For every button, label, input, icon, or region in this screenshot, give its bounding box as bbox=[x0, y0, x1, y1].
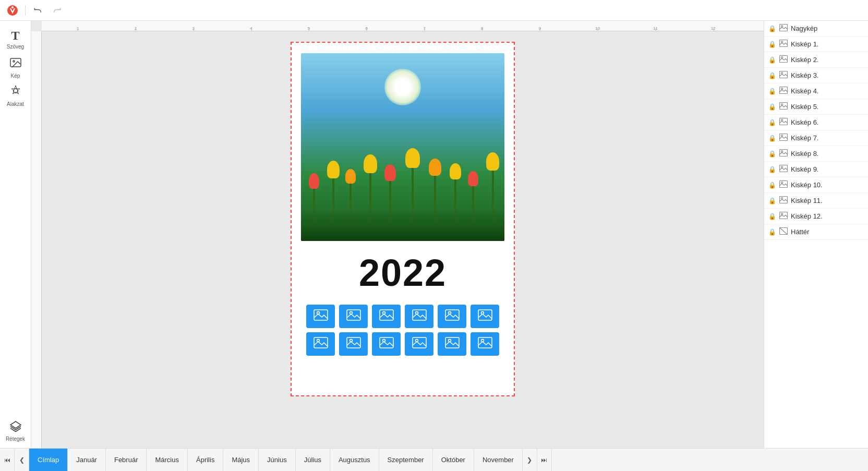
thumb-image-icon-6 bbox=[478, 309, 492, 323]
image-layer-icon-5 bbox=[779, 87, 788, 95]
lock-icon-4: 🔒 bbox=[768, 72, 776, 79]
lock-icon-10: 🔒 bbox=[768, 166, 776, 173]
document: 2022 bbox=[291, 42, 515, 396]
image-layer-icon-12 bbox=[779, 196, 788, 205]
tab-junius[interactable]: Június bbox=[259, 449, 296, 471]
svg-point-3 bbox=[13, 61, 15, 62]
layer-kiskep8[interactable]: 🔒 Kiskép 8. bbox=[764, 146, 868, 162]
shape-tool-label: Alakzat bbox=[7, 101, 24, 107]
thumb-februar[interactable] bbox=[339, 305, 368, 328]
thumb-januar[interactable] bbox=[306, 305, 335, 328]
svg-point-31 bbox=[781, 26, 783, 27]
tab-first-button[interactable]: ⏮ bbox=[0, 449, 15, 471]
svg-rect-10 bbox=[380, 310, 393, 320]
image-icon bbox=[9, 56, 22, 72]
image-layer-icon-11 bbox=[779, 180, 788, 189]
tab-bar: ⏮ ❮ Címlap Január Február Március Áprili… bbox=[0, 448, 868, 471]
layer-kiskep11[interactable]: 🔒 Kiskép 11. bbox=[764, 193, 868, 209]
svg-point-37 bbox=[781, 73, 783, 74]
text-icon: T bbox=[11, 29, 19, 43]
thumb-image-icon-12 bbox=[478, 337, 492, 351]
svg-point-1 bbox=[11, 6, 14, 8]
image-layer-icon-3 bbox=[779, 55, 788, 64]
layer-kiskep5[interactable]: 🔒 Kiskép 5. bbox=[764, 99, 868, 115]
layer-kiskep4[interactable]: 🔒 Kiskép 4. bbox=[764, 83, 868, 99]
svg-point-49 bbox=[781, 166, 783, 168]
thumb-row-2 bbox=[306, 332, 499, 356]
thumb-marcius[interactable] bbox=[372, 305, 401, 328]
layer-nagykep-label: Nagykép bbox=[791, 25, 864, 32]
image-layer-icon-4 bbox=[779, 71, 788, 80]
layer-kiskep9[interactable]: 🔒 Kiskép 9. bbox=[764, 162, 868, 177]
thumb-majus[interactable] bbox=[438, 305, 466, 328]
tab-last-button[interactable]: ⏭ bbox=[537, 449, 552, 471]
thumb-julius[interactable] bbox=[306, 332, 335, 356]
lock-icon-9: 🔒 bbox=[768, 150, 776, 158]
thumb-image-icon-3 bbox=[379, 309, 394, 323]
svg-rect-28 bbox=[478, 337, 492, 348]
layer-kiskep1[interactable]: 🔒 Kiskép 1. bbox=[764, 37, 868, 52]
svg-rect-22 bbox=[380, 337, 393, 348]
layer-kiskep1-label: Kiskép 1. bbox=[791, 40, 864, 48]
layer-kiskep7[interactable]: 🔒 Kiskép 7. bbox=[764, 130, 868, 146]
image-layer-icon-2 bbox=[779, 40, 788, 49]
svg-point-45 bbox=[781, 135, 783, 137]
image-tool-label: Kép bbox=[11, 73, 20, 79]
layer-kiskep6[interactable]: 🔒 Kiskép 6. bbox=[764, 115, 868, 130]
thumb-image-icon-5 bbox=[445, 309, 460, 323]
tab-majus[interactable]: Május bbox=[223, 449, 259, 471]
thumb-image-icon-7 bbox=[314, 337, 328, 351]
thumb-image-icon-11 bbox=[445, 337, 460, 351]
tab-marcius[interactable]: Március bbox=[147, 449, 188, 471]
image-tool[interactable]: Kép bbox=[3, 54, 29, 80]
layer-kiskep3[interactable]: 🔒 Kiskép 3. bbox=[764, 68, 868, 83]
thumb-december[interactable] bbox=[471, 332, 499, 356]
tab-cimlap[interactable]: Címlap bbox=[29, 449, 68, 471]
image-layer-icon-9 bbox=[779, 149, 788, 158]
layers-label: Rétegek bbox=[6, 436, 25, 442]
tab-prev-button[interactable]: ❮ bbox=[15, 449, 29, 471]
layer-hatter[interactable]: 🔒 Háttér bbox=[764, 224, 868, 240]
tab-oktober[interactable]: Október bbox=[433, 449, 474, 471]
svg-point-47 bbox=[781, 151, 783, 152]
lock-icon-7: 🔒 bbox=[768, 119, 776, 126]
tab-aprilis[interactable]: Április bbox=[188, 449, 223, 471]
layer-kiskep4-label: Kiskép 4. bbox=[791, 87, 864, 95]
svg-rect-8 bbox=[347, 310, 360, 320]
year-display: 2022 bbox=[359, 251, 447, 294]
svg-point-43 bbox=[781, 119, 783, 121]
ruler-left bbox=[31, 31, 42, 448]
thumb-november[interactable] bbox=[438, 332, 466, 356]
svg-point-33 bbox=[781, 41, 783, 43]
thumb-oktober[interactable] bbox=[405, 332, 433, 356]
lock-icon-11: 🔒 bbox=[768, 182, 776, 189]
lock-icon-3: 🔒 bbox=[768, 56, 776, 64]
layer-kiskep11-label: Kiskép 11. bbox=[791, 197, 864, 204]
image-layer-icon-10 bbox=[779, 165, 788, 174]
thumb-szeptember[interactable] bbox=[372, 332, 401, 356]
tab-februar[interactable]: Február bbox=[106, 449, 147, 471]
lock-icon-2: 🔒 bbox=[768, 41, 776, 48]
layer-kiskep12[interactable]: 🔒 Kiskép 12. bbox=[764, 209, 868, 224]
layer-kiskep2[interactable]: 🔒 Kiskép 2. bbox=[764, 52, 868, 68]
svg-point-55 bbox=[781, 213, 783, 215]
thumb-augusztus[interactable] bbox=[339, 332, 368, 356]
tab-szeptember[interactable]: Szeptember bbox=[379, 449, 433, 471]
redo-button[interactable] bbox=[50, 3, 64, 18]
ruler-top: 1 2 3 4 5 6 7 8 9 10 11 12 bbox=[42, 21, 764, 31]
layer-kiskep10[interactable]: 🔒 Kiskép 10. bbox=[764, 177, 868, 193]
tab-augusztus[interactable]: Augusztus bbox=[330, 449, 379, 471]
image-layer-icon-13 bbox=[779, 212, 788, 221]
undo-button[interactable] bbox=[31, 3, 45, 18]
tab-januar[interactable]: Január bbox=[68, 449, 106, 471]
thumb-junius[interactable] bbox=[471, 305, 499, 328]
layers-tool[interactable]: Rétegek bbox=[3, 418, 29, 444]
layer-nagykep[interactable]: 🔒 Nagykép bbox=[764, 21, 868, 37]
shape-tool[interactable]: Alakzat bbox=[3, 82, 29, 108]
tab-november[interactable]: November bbox=[474, 449, 523, 471]
lock-icon-8: 🔒 bbox=[768, 135, 776, 142]
thumb-aprilis[interactable] bbox=[405, 305, 433, 328]
tab-julius[interactable]: Július bbox=[296, 449, 330, 471]
tab-next-button[interactable]: ❯ bbox=[523, 449, 537, 471]
text-tool[interactable]: T Szöveg bbox=[3, 26, 29, 52]
